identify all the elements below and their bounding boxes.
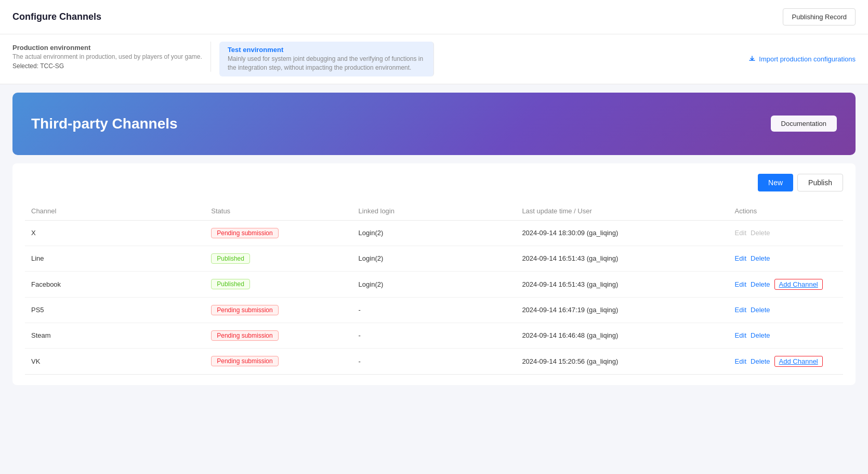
edit-link[interactable]: Edit <box>735 357 746 365</box>
env-production-name: Production environment <box>12 44 202 52</box>
env-item-production[interactable]: Production environment The actual enviro… <box>12 42 211 72</box>
add-channel-link[interactable]: Add Channel <box>774 356 823 367</box>
cell-last-update: 2024-09-14 16:51:43 (ga_liqing) <box>516 271 728 297</box>
table-row: XPending submissionLogin(2)2024-09-14 18… <box>25 220 843 246</box>
action-links: EditDeleteAdd Channel <box>735 279 837 290</box>
delete-link[interactable]: Delete <box>751 280 770 288</box>
env-test-name: Test environment <box>228 46 425 54</box>
action-links: EditDelete <box>735 254 837 262</box>
delete-link[interactable]: Delete <box>751 331 770 339</box>
page-title: Configure Channels <box>12 11 101 22</box>
edit-link[interactable]: Edit <box>735 229 746 237</box>
publishing-record-button[interactable]: Publishing Record <box>783 8 856 25</box>
delete-link[interactable]: Delete <box>751 254 770 262</box>
cell-linked-login: - <box>352 297 516 323</box>
cell-actions: EditDeleteAdd Channel <box>729 348 843 374</box>
import-production-label: Import production configurations <box>759 55 856 63</box>
cell-last-update: 2024-09-14 15:20:56 (ga_liqing) <box>516 348 728 374</box>
table-row: LinePublishedLogin(2)2024-09-14 16:51:43… <box>25 246 843 271</box>
action-links: EditDeleteAdd Channel <box>735 356 837 367</box>
env-test-desc: Mainly used for system joint debugging a… <box>228 55 425 72</box>
cell-last-update: 2024-09-14 16:51:43 (ga_liqing) <box>516 246 728 271</box>
cell-last-update: 2024-09-14 16:47:19 (ga_liqing) <box>516 297 728 323</box>
cell-channel: PS5 <box>25 297 205 323</box>
env-item-test[interactable]: Test environment Mainly used for system … <box>219 42 434 76</box>
table-row: SteamPending submission-2024-09-14 16:46… <box>25 323 843 348</box>
action-links: EditDelete <box>735 331 837 339</box>
cell-actions: EditDelete <box>729 220 843 246</box>
cell-status: Pending submission <box>205 323 352 348</box>
status-badge: Pending submission <box>211 305 278 315</box>
env-production-desc: The actual environment in production, us… <box>12 53 202 61</box>
action-links: EditDelete <box>735 306 837 314</box>
new-button[interactable]: New <box>758 174 793 191</box>
table-row: VKPending submission-2024-09-14 15:20:56… <box>25 348 843 374</box>
col-header-last-update: Last update time / User <box>516 202 728 221</box>
cell-actions: EditDelete <box>729 297 843 323</box>
cell-actions: EditDelete <box>729 323 843 348</box>
edit-link[interactable]: Edit <box>735 306 746 314</box>
content-area: New Publish Channel Status Linked login … <box>12 163 856 385</box>
action-links: EditDelete <box>735 229 837 237</box>
top-bar: Configure Channels Publishing Record <box>0 0 868 34</box>
table-row: PS5Pending submission-2024-09-14 16:47:1… <box>25 297 843 323</box>
env-production-selected: Selected: TCC-SG <box>12 62 202 70</box>
import-production-button[interactable]: Import production configurations <box>748 55 856 63</box>
cell-status: Pending submission <box>205 220 352 246</box>
cell-status: Pending submission <box>205 348 352 374</box>
documentation-button[interactable]: Documentation <box>771 116 837 132</box>
cell-channel: Facebook <box>25 271 205 297</box>
delete-link[interactable]: Delete <box>751 229 770 237</box>
cell-status: Published <box>205 246 352 271</box>
col-header-linked-login: Linked login <box>352 202 516 221</box>
cell-actions: EditDeleteAdd Channel <box>729 271 843 297</box>
page-wrapper: Configure Channels Publishing Record Pro… <box>0 0 868 474</box>
cell-linked-login: - <box>352 323 516 348</box>
cell-channel: VK <box>25 348 205 374</box>
cell-channel: Line <box>25 246 205 271</box>
banner: Third-party Channels Documentation <box>12 93 856 155</box>
edit-link[interactable]: Edit <box>735 280 746 288</box>
cell-linked-login: Login(2) <box>352 220 516 246</box>
environment-bar: Production environment The actual enviro… <box>0 34 868 84</box>
status-badge: Pending submission <box>211 356 278 366</box>
cell-channel: Steam <box>25 323 205 348</box>
status-badge: Pending submission <box>211 330 278 341</box>
cell-last-update: 2024-09-14 16:46:48 (ga_liqing) <box>516 323 728 348</box>
delete-link[interactable]: Delete <box>751 357 770 365</box>
delete-link[interactable]: Delete <box>751 306 770 314</box>
table-header-row: Channel Status Linked login Last update … <box>25 202 843 221</box>
cell-status: Pending submission <box>205 297 352 323</box>
banner-title: Third-party Channels <box>31 116 178 132</box>
toolbar: New Publish <box>25 174 843 191</box>
cell-actions: EditDelete <box>729 246 843 271</box>
status-badge: Pending submission <box>211 228 278 238</box>
col-header-channel: Channel <box>25 202 205 221</box>
col-header-status: Status <box>205 202 352 221</box>
cell-linked-login: Login(2) <box>352 271 516 297</box>
add-channel-link[interactable]: Add Channel <box>774 279 823 290</box>
cell-linked-login: Login(2) <box>352 246 516 271</box>
cell-linked-login: - <box>352 348 516 374</box>
cell-channel: X <box>25 220 205 246</box>
edit-link[interactable]: Edit <box>735 254 746 262</box>
channels-table: Channel Status Linked login Last update … <box>25 202 843 375</box>
col-header-actions: Actions <box>729 202 843 221</box>
edit-link[interactable]: Edit <box>735 331 746 339</box>
status-badge: Published <box>211 279 250 289</box>
cell-last-update: 2024-09-14 18:30:09 (ga_liqing) <box>516 220 728 246</box>
table-row: FacebookPublishedLogin(2)2024-09-14 16:5… <box>25 271 843 297</box>
publish-button[interactable]: Publish <box>797 174 843 191</box>
import-icon <box>748 55 756 62</box>
cell-status: Published <box>205 271 352 297</box>
status-badge: Published <box>211 253 250 264</box>
